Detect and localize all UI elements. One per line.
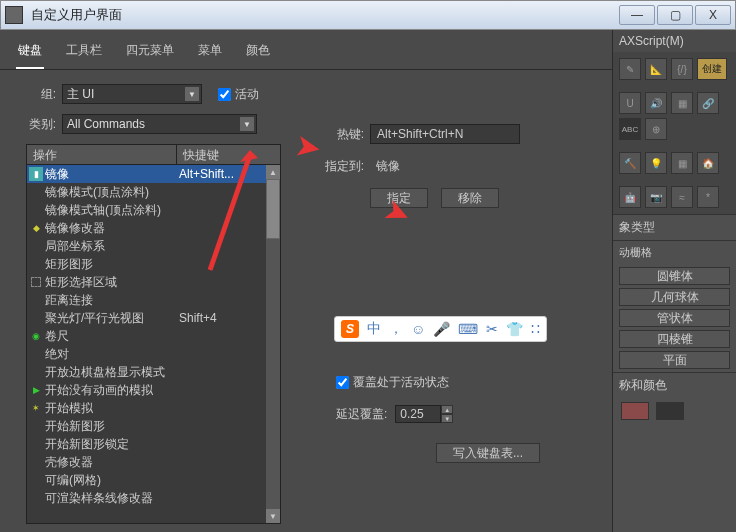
group-label: 组: [16,86,56,103]
action-list: 操作 快捷键 ▮镜像Alt+Shift...镜像模式(顶点涂料)镜像模式轴(顶点… [26,144,281,524]
shape-geosphere-button[interactable]: 几何球体 [619,288,730,306]
shape-pyramid-button[interactable]: 四棱锥 [619,330,730,348]
toolbar-row4: 🤖 📷 ≈ * [613,180,736,214]
item-label: 开放边棋盘格显示模式 [45,364,165,381]
hotkey-input[interactable]: Alt+Shift+Ctrl+N [370,124,520,144]
hammer-icon[interactable]: 🔨 [619,152,641,174]
col-action[interactable]: 操作 [27,145,177,164]
assign-button[interactable]: 指定 [370,188,428,208]
item-label: 开始没有动画的模拟 [45,382,153,399]
item-label: 壳修改器 [45,454,93,471]
minimize-button[interactable]: — [619,5,655,25]
create-button[interactable]: 创建 [697,58,727,80]
list-item[interactable]: 聚光灯/平行光视图Shift+4 [27,309,280,327]
list-item[interactable]: 壳修改器 [27,453,280,471]
group-value: 主 UI [67,86,94,103]
list-item[interactable]: ✶开始模拟 [27,399,280,417]
list-item[interactable]: 开始新图形 [27,417,280,435]
list-item[interactable]: 镜像模式(顶点涂料) [27,183,280,201]
group-combo[interactable]: 主 UI ▼ [62,84,202,104]
tool-icon[interactable]: ✎ [619,58,641,80]
item-shortcut: Shift+4 [175,311,278,325]
item-label: 镜像 [45,166,69,183]
tool-icon[interactable]: 📐 [645,58,667,80]
remove-button[interactable]: 移除 [441,188,499,208]
list-item[interactable]: 矩形选择区域 [27,273,280,291]
biped-icon[interactable]: 🤖 [619,186,641,208]
list-item[interactable]: 局部坐标系 [27,237,280,255]
spinner-down-icon[interactable]: ▼ [441,414,453,423]
list-item[interactable]: ◆镜像修改器 [27,219,280,237]
shape-plane-button[interactable]: 平面 [619,351,730,369]
list-item[interactable]: ◉卷尺 [27,327,280,345]
wave-icon[interactable]: ≈ [671,186,693,208]
tab-toolbars[interactable]: 工具栏 [64,38,104,69]
list-item[interactable]: 开放边棋盘格显示模式 [27,363,280,381]
maxscript-menu[interactable]: AXScript(M) [613,30,736,52]
list-item[interactable]: 绝对 [27,345,280,363]
scroll-thumb[interactable] [266,179,280,239]
grid-icon[interactable]: ▦ [671,92,693,114]
magnet-icon[interactable]: U [619,92,641,114]
item-label: 镜像模式轴(顶点涂料) [45,202,161,219]
delay-value[interactable]: 0.25 [395,405,441,423]
write-keyboard-button[interactable]: 写入键盘表... [436,443,540,463]
list-item[interactable]: ▮镜像Alt+Shift... [27,165,280,183]
tab-quads[interactable]: 四元菜单 [124,38,176,69]
ime-scissors-icon[interactable]: ✂ [486,321,498,337]
window-title: 自定义用户界面 [31,6,617,24]
delay-spinner[interactable]: 0.25 ▲ ▼ [395,405,453,423]
ime-skin-icon[interactable]: 👕 [506,321,523,337]
list-item[interactable]: 可编(网格) [27,471,280,489]
scroll-up-icon[interactable]: ▲ [266,165,280,179]
camera-icon[interactable]: 📷 [645,186,667,208]
plus-icon[interactable]: ⊕ [645,118,667,140]
list-item[interactable]: 距离连接 [27,291,280,309]
shape-cone-button[interactable]: 圆锥体 [619,267,730,285]
list-item[interactable]: 可渲染样条线修改器 [27,489,280,507]
tab-keyboard[interactable]: 键盘 [16,38,44,69]
ime-punct-icon[interactable]: ， [389,320,403,338]
active-checkbox[interactable]: 活动 [218,86,259,103]
active-label: 活动 [235,86,259,103]
maximize-button[interactable]: ▢ [657,5,693,25]
star-icon[interactable]: * [697,186,719,208]
ime-toolbar[interactable]: S 中 ， ☺ 🎤 ⌨ ✂ 👕 ∷ [334,316,547,342]
sogou-icon[interactable]: S [341,320,359,338]
home-icon[interactable]: 🏠 [697,152,719,174]
col-shortcut[interactable]: 快捷键 [177,145,280,164]
list-item[interactable]: 开始新图形锁定 [27,435,280,453]
assigned-value: 镜像 [370,156,520,176]
link-icon[interactable]: 🔗 [697,92,719,114]
list-item[interactable]: ▶开始没有动画的模拟 [27,381,280,399]
override-checkbox[interactable]: 覆盖处于活动状态 [336,374,550,391]
scroll-down-icon[interactable]: ▼ [266,509,280,523]
sound-icon[interactable]: 🔊 [645,92,667,114]
tab-menus[interactable]: 菜单 [196,38,224,69]
override-check-input[interactable] [336,376,349,389]
display-icon[interactable]: ▦ [671,152,693,174]
assigned-label: 指定到: [296,158,364,175]
tool-icon[interactable]: {/} [671,58,693,80]
item-label: 矩形图形 [45,256,93,273]
active-check-input[interactable] [218,88,231,101]
name-color-header: 称和颜色 [613,372,736,398]
color-swatch[interactable] [621,402,649,420]
item-shortcut: Alt+Shift... [175,167,278,181]
spinner-up-icon[interactable]: ▲ [441,405,453,414]
scrollbar[interactable]: ▲ ▼ [266,165,280,523]
shape-tube-button[interactable]: 管状体 [619,309,730,327]
ime-emoji-icon[interactable]: ☺ [411,321,425,337]
list-item[interactable]: 矩形图形 [27,255,280,273]
light-icon[interactable]: 💡 [645,152,667,174]
color-swatch[interactable] [656,402,684,420]
ime-voice-icon[interactable]: 🎤 [433,321,450,337]
category-combo[interactable]: All Commands ▼ [62,114,257,134]
tab-colors[interactable]: 颜色 [244,38,272,69]
list-item[interactable]: 镜像模式轴(顶点涂料) [27,201,280,219]
close-button[interactable]: X [695,5,731,25]
ime-zhong[interactable]: 中 [367,320,381,338]
ime-keyboard-icon[interactable]: ⌨ [458,321,478,337]
ime-more-icon[interactable]: ∷ [531,321,540,337]
abc-icon[interactable]: ABC [619,118,641,140]
